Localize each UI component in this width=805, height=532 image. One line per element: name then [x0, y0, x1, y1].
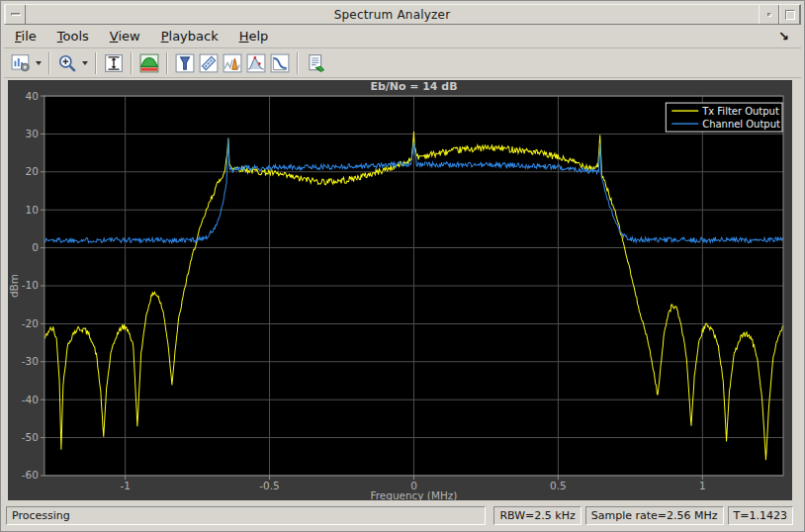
maximize-button[interactable] — [779, 5, 800, 24]
toolbar-separator — [131, 52, 133, 74]
status-bar: Processing RBW=2.5 kHz Sample rate=2.56 … — [4, 503, 801, 528]
scope-settings-button[interactable] — [9, 51, 33, 75]
toolbar-separator — [297, 52, 299, 74]
distortion-measurements-button[interactable] — [244, 51, 268, 75]
menu-item-help[interactable]: Help — [236, 27, 272, 45]
toolbar-separator — [95, 52, 97, 74]
title-bar: Spectrum Analyzer — [4, 4, 801, 25]
svg-text:30: 30 — [26, 128, 39, 139]
cursor-measurements-icon — [199, 53, 219, 73]
full-span-icon — [104, 53, 124, 73]
spectrum-settings-button[interactable] — [137, 51, 161, 75]
window-title: Spectrum Analyzer — [26, 5, 759, 24]
distortion-measurements-icon — [246, 53, 266, 73]
svg-text:-10: -10 — [22, 279, 39, 291]
status-sample-rate: Sample rate=2.56 MHz — [585, 506, 724, 525]
toolbar-separator — [166, 52, 168, 74]
svg-text:-1: -1 — [120, 480, 130, 491]
scope-settings-dropdown-button[interactable] — [33, 51, 44, 75]
status-time: T=1.1423 — [728, 506, 793, 525]
spectrum-settings-icon — [139, 53, 159, 73]
signal-statistics-icon — [223, 53, 242, 73]
zoom-in-button[interactable] — [55, 51, 79, 75]
maximize-icon — [785, 10, 795, 20]
svg-text:-60: -60 — [22, 469, 39, 481]
svg-text:0: 0 — [32, 241, 39, 253]
y-axis-label: dBm — [8, 274, 20, 298]
minimize-icon — [767, 13, 771, 17]
chevron-down-icon — [82, 61, 88, 65]
menu-bar: FileToolsViewPlaybackHelp↘ — [4, 25, 801, 48]
spectrum-analyzer-window: Spectrum Analyzer FileToolsViewPlaybackH… — [0, 0, 805, 532]
cursor-measurements-button[interactable] — [197, 51, 221, 75]
svg-text:-0.5: -0.5 — [259, 480, 279, 491]
ccdf-icon — [270, 53, 290, 73]
svg-text:Channel Output: Channel Output — [702, 119, 780, 130]
window-menu-icon — [11, 13, 21, 16]
toolbar-separator — [48, 52, 50, 74]
peak-finder-icon — [175, 53, 195, 73]
zoom-in-icon — [57, 53, 77, 73]
menu-item-view[interactable]: View — [107, 27, 143, 45]
svg-text:40: 40 — [26, 90, 39, 102]
svg-text:Tx Filter Output: Tx Filter Output — [701, 106, 779, 117]
svg-text:-30: -30 — [22, 355, 39, 367]
window-menu-button[interactable] — [5, 5, 26, 24]
legend[interactable]: Tx Filter OutputChannel Output — [666, 103, 782, 132]
menu-item-playback[interactable]: Playback — [158, 27, 222, 45]
spectrum-plot[interactable]: Eb/No = 14 dB-1-0.500.51403020100-10-20-… — [8, 80, 792, 500]
svg-text:10: 10 — [26, 204, 39, 216]
status-message: Processing — [6, 506, 486, 525]
signal-statistics-button[interactable] — [221, 51, 244, 75]
minimize-button[interactable] — [759, 5, 779, 24]
chevron-down-icon — [36, 61, 42, 65]
menu-item-tools[interactable]: Tools — [54, 27, 92, 45]
svg-text:0.5: 0.5 — [550, 480, 567, 491]
svg-text:1: 1 — [699, 480, 706, 491]
svg-text:-20: -20 — [22, 317, 39, 329]
scope-settings-icon — [11, 53, 31, 73]
svg-text:-40: -40 — [22, 394, 39, 405]
x-axis-label: Frequency (MHz) — [371, 489, 458, 500]
generate-script-button[interactable] — [304, 51, 327, 75]
svg-text:20: 20 — [26, 165, 39, 177]
spectrum-plot-panel[interactable]: Eb/No = 14 dB-1-0.500.51403020100-10-20-… — [8, 80, 792, 500]
dock-arrow-icon[interactable]: ↘ — [778, 29, 795, 44]
peak-finder-button[interactable] — [173, 51, 197, 75]
ccdf-button[interactable] — [268, 51, 292, 75]
plot-title: Eb/No = 14 dB — [370, 80, 457, 93]
svg-text:-50: -50 — [22, 431, 39, 443]
status-rbw: RBW=2.5 kHz — [493, 506, 581, 525]
zoom-in-dropdown-button[interactable] — [79, 51, 90, 75]
menu-item-file[interactable]: File — [12, 27, 40, 45]
generate-script-icon — [306, 53, 325, 73]
full-span-button[interactable] — [102, 51, 126, 75]
toolbar — [4, 48, 801, 78]
